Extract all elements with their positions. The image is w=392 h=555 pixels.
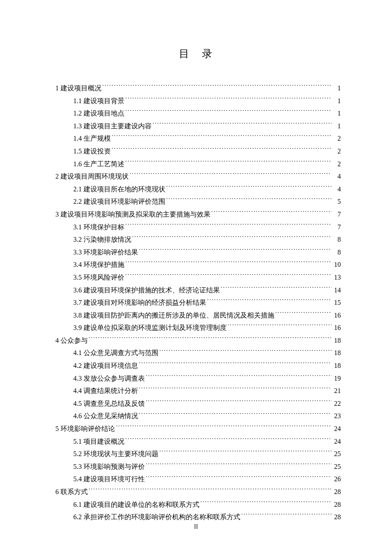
toc-entry-label: 1.4 生产规模 [73, 132, 111, 145]
toc-entry-label: 4.3 发放公众参与调查表 [73, 372, 145, 385]
toc-entry: 1.4 生产规模2 [55, 132, 341, 145]
toc-leader-dots [132, 235, 331, 242]
toc-entry-label: 5.2 环境现状与主要环境问题 [73, 448, 159, 460]
toc-leader-dots [112, 147, 331, 153]
toc-leader-dots [125, 260, 331, 267]
toc-entry-label: 5.3 环境影响预测与评价 [73, 460, 145, 473]
toc-leader-dots [211, 210, 331, 217]
toc-entry-label: 3 建设项目环境影响预测及拟采取的主要措施与效果 [55, 208, 210, 221]
toc-entry-page: 5 [332, 195, 341, 208]
toc-entry-page: 2 [332, 145, 341, 158]
toc-entry-label: 1.6 生产工艺简述 [73, 158, 124, 171]
toc-leader-dots [146, 462, 331, 469]
toc-entry: 4 公众参与18 [55, 334, 341, 347]
toc-entry-page: 7 [332, 221, 341, 234]
toc-leader-dots [200, 500, 331, 507]
toc-entry-page: 21 [332, 384, 341, 397]
toc-entry-page: 18 [332, 334, 341, 347]
toc-entry-page: 4 [332, 170, 341, 183]
toc-entry-label: 1.3 建设项目主要建设内容 [73, 120, 152, 133]
toc-entry-page: 28 [332, 498, 341, 511]
toc-entry-label: 3.9 建设单位拟采取的环境监测计划及环境管理制度 [73, 321, 227, 334]
toc-leader-dots [125, 273, 331, 280]
toc-leader-dots [125, 96, 331, 103]
toc-entry-page: 8 [332, 246, 341, 259]
toc-entry: 5.4 建设项目环境可行性26 [55, 473, 341, 486]
toc-entry-label: 3.1 环境保护目标 [73, 221, 124, 234]
toc-entry: 5 环境影响评价结论24 [55, 422, 341, 435]
toc-entry: 1.3 建设项目主要建设内容1 [55, 120, 341, 133]
toc-leader-dots [146, 374, 331, 381]
toc-entry-label: 3.2 污染物排放情况 [73, 233, 131, 246]
toc-leader-dots [275, 311, 331, 318]
toc-entry: 4.4 调查结果统计分析21 [55, 384, 341, 397]
toc-entry-page: 13 [332, 271, 341, 284]
toc-entry: 6.2 承担评价工作的环境影响评价机构的名称和联系方式28 [55, 511, 341, 523]
toc-entry: 2 建设项目周围环境现状4 [55, 170, 341, 183]
toc-entry-label: 4.1 公众意见调查方式与范围 [73, 347, 159, 359]
toc-entry-label: 5.4 建设项目环境可行性 [73, 473, 145, 486]
toc-entry: 3.6 建设项目环境保护措施的技术、经济论证结果14 [55, 284, 341, 297]
toc-entry-page: 28 [332, 486, 341, 498]
toc-entry-label: 2.2 建设项目环境影响评价范围 [73, 195, 165, 208]
toc-entry-page: 25 [332, 460, 341, 473]
toc-leader-dots [89, 487, 331, 494]
toc-leader-dots [166, 185, 331, 191]
toc-entry-page: 1 [332, 120, 341, 133]
toc-leader-dots [146, 474, 331, 481]
toc-entry: 1 建设项目概况1 [55, 82, 341, 95]
toc-entry-label: 4 公众参与 [55, 334, 88, 347]
toc-entry-page: 2 [332, 132, 341, 145]
toc-entry: 3.5 环境风险评价13 [55, 271, 341, 284]
toc-leader-dots [221, 286, 331, 292]
toc-leader-dots [139, 411, 331, 418]
toc-entry: 6.1 建设项目的建设单位的名称和联系方式28 [55, 498, 341, 511]
toc-entry-page: 18 [332, 359, 341, 372]
toc-leader-dots [228, 323, 331, 330]
toc-leader-dots [166, 197, 331, 204]
toc-entry-page: 1 [332, 82, 341, 95]
toc-entry: 5.1 项目建设概况24 [55, 435, 341, 448]
toc-entry: 1.5 建设投资2 [55, 145, 341, 158]
toc-entry-label: 5.1 项目建设概况 [73, 435, 124, 448]
toc-entry-page: 25 [332, 448, 341, 460]
toc-entry-page: 24 [332, 435, 341, 448]
toc-leader-dots [112, 134, 331, 141]
toc-title: 目 录 [55, 47, 341, 61]
toc-entry-label: 4.5 调查意见总结及反馈 [73, 397, 145, 410]
toc-leader-dots [153, 121, 331, 128]
toc-leader-dots [159, 348, 331, 355]
toc-entry-page: 7 [332, 208, 341, 221]
toc-leader-dots [125, 223, 331, 229]
toc-entry-label: 1.1 建设项目背景 [73, 95, 124, 107]
toc-entry: 3 建设项目环境影响预测及拟采取的主要措施与效果7 [55, 208, 341, 221]
toc-entry-label: 1 建设项目概况 [55, 82, 101, 95]
toc-leader-dots [116, 424, 331, 431]
toc-entry-label: 2 建设项目周围环境现状 [55, 170, 129, 183]
toc-entry-page: 16 [332, 309, 341, 322]
toc-entry: 5.3 环境影响预测与评价25 [55, 460, 341, 473]
toc-entry-page: 10 [332, 258, 341, 271]
toc-leader-dots [89, 336, 331, 343]
toc-entry-page: 14 [332, 284, 341, 297]
toc-entry-label: 3.5 环境风险评价 [73, 271, 124, 284]
toc-leader-dots [139, 361, 331, 368]
toc-entry: 1.1 建设项目背景1 [55, 95, 341, 107]
toc-entry: 5.2 环境现状与主要环境问题25 [55, 448, 341, 460]
toc-leader-dots [146, 399, 331, 406]
toc-entry-page: 19 [332, 372, 341, 385]
toc-entry: 1.6 生产工艺简述2 [55, 158, 341, 171]
toc-entry-label: 5 环境影响评价结论 [55, 422, 115, 435]
toc-entry-page: 4 [332, 183, 341, 196]
toc-entry: 4.1 公众意见调查方式与范围18 [55, 347, 341, 359]
toc-entry-page: 8 [332, 233, 341, 246]
toc-entry-label: 3.6 建设项目环境保护措施的技术、经济论证结果 [73, 284, 220, 297]
toc-entry-page: 26 [332, 473, 341, 486]
toc-entry-label: 6.2 承担评价工作的环境影响评价机构的名称和联系方式 [73, 511, 240, 523]
toc-entry-label: 3.8 建设项目防护距离内的搬迁所涉及的单位、居民情况及相关措施 [73, 309, 274, 322]
toc-leader-dots [125, 159, 331, 166]
toc-entry: 3.1 环境保护目标7 [55, 221, 341, 234]
toc-leader-dots [159, 449, 331, 456]
toc-entry: 3.9 建设单位拟采取的环境监测计划及环境管理制度16 [55, 321, 341, 334]
toc-leader-dots [139, 386, 331, 393]
